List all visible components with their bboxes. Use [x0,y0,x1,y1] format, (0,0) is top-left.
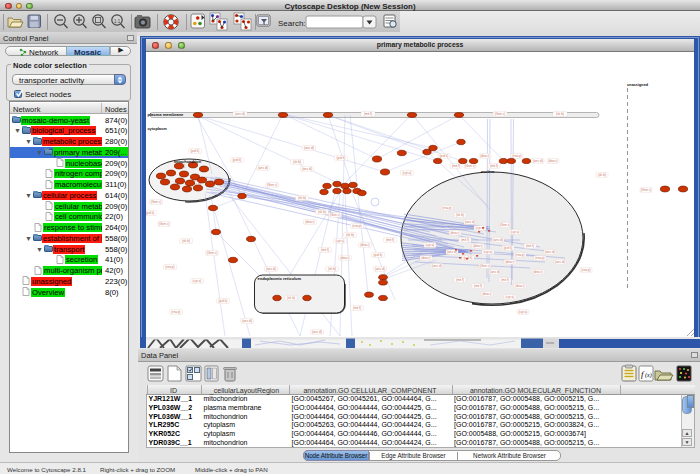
svg-text:(mit f): (mit f) [321,248,329,252]
svg-text:(dna r): (dna r) [533,270,542,274]
svg-text:(pol k): (pol k) [219,299,228,303]
svg-text:1:1: 1:1 [114,19,121,24]
svg-text:(cyt a): (cyt a) [403,171,412,175]
svg-text:(mit f): (mit f) [490,164,498,168]
svg-text:(dna r): (dna r) [305,220,314,224]
svg-text:(Gen c): (Gen c) [480,264,491,268]
svg-text:(anc d): (anc d) [302,167,312,171]
svg-text:(anc d): (anc d) [375,267,385,271]
svg-text:(cyt a): (cyt a) [193,279,202,283]
svg-text:(slr b): (slr b) [318,210,326,214]
svg-text:(anc d): (anc d) [465,220,475,224]
svg-text:(pol k): (pol k) [146,211,154,215]
svg-text:(slr b): (slr b) [598,173,606,177]
svg-text:(dna r): (dna r) [482,292,491,296]
svg-text:(pol k): (pol k) [374,253,383,257]
svg-text:(Gen c): (Gen c) [641,188,652,192]
svg-text:(pol k): (pol k) [440,154,449,158]
svg-text:cytoplasm: cytoplasm [147,126,167,131]
svg-text:(anc d): (anc d) [490,270,500,274]
svg-text:(cyt a): (cyt a) [336,239,345,243]
svg-text:(rna p): (rna p) [442,206,451,210]
svg-text:(Gen c): (Gen c) [330,213,341,217]
svg-text:(cyt a): (cyt a) [426,243,435,247]
svg-text:(dna r): (dna r) [505,260,514,264]
svg-text:(Gen c): (Gen c) [151,200,162,204]
svg-text:(rna p): (rna p) [581,268,590,272]
svg-text:(anc d): (anc d) [555,260,565,264]
svg-text:(slr b): (slr b) [298,196,306,200]
svg-text:Search:: Search: [278,19,306,28]
svg-text:(anc d): (anc d) [258,166,268,170]
svg-text:(rna p): (rna p) [352,224,361,228]
svg-text:(rna p): (rna p) [515,253,524,257]
svg-text:(slr b): (slr b) [293,160,301,164]
svg-text:unassigned: unassigned [627,83,649,87]
svg-text:(mit f): (mit f) [364,112,372,116]
svg-text:(anc d): (anc d) [447,250,457,254]
svg-text:(dna r): (dna r) [480,154,489,158]
svg-text:(slr b): (slr b) [556,112,564,116]
svg-text:(mit f): (mit f) [353,306,361,310]
svg-text:(mit f): (mit f) [456,278,464,282]
svg-text:(rna p): (rna p) [512,154,521,158]
svg-text:(x): (x) [645,372,652,379]
svg-text:(Gen c): (Gen c) [495,112,506,116]
svg-text:(dna r): (dna r) [473,244,482,248]
svg-text:(dna r): (dna r) [450,231,459,235]
svg-text:(pol k): (pol k) [337,156,346,160]
svg-text:nucleus: nucleus [481,170,495,174]
svg-text:(anc d): (anc d) [493,238,503,242]
svg-text:(anc d): (anc d) [432,264,442,268]
svg-text:(dna r): (dna r) [515,284,524,288]
svg-text:(anc d): (anc d) [235,112,245,116]
svg-text:(pol k): (pol k) [504,246,513,250]
svg-text:(dna r): (dna r) [360,243,369,247]
svg-text:(anc d): (anc d) [266,267,276,271]
svg-text:(slr b): (slr b) [287,296,295,300]
svg-text:(cyt a): (cyt a) [511,230,520,234]
svg-text:(anc d): (anc d) [304,146,314,150]
svg-text:(slr b): (slr b) [182,239,190,243]
svg-text:(dna r): (dna r) [340,256,349,260]
svg-text:(mit f): (mit f) [461,238,469,242]
svg-text:endoplasmic reticulum: endoplasmic reticulum [258,276,302,281]
svg-text:(anc d): (anc d) [242,319,252,323]
svg-text:(anc d): (anc d) [312,330,322,334]
svg-text:(mit f): (mit f) [526,244,534,248]
svg-text:(cyt a): (cyt a) [506,295,515,299]
svg-text:(cyt a): (cyt a) [519,310,528,314]
svg-text:(Gen c): (Gen c) [500,223,511,227]
svg-text:(Gen c): (Gen c) [159,222,170,226]
svg-text:(mit f): (mit f) [452,164,460,168]
svg-text:(anc d): (anc d) [545,250,555,254]
svg-text:plasma membrane: plasma membrane [147,112,184,117]
svg-text:(Gen c): (Gen c) [267,183,278,187]
svg-text:(mit f): (mit f) [474,284,482,288]
svg-text:(rna p): (rna p) [165,265,174,269]
svg-text:(pol k): (pol k) [191,149,200,153]
svg-text:(Gen c): (Gen c) [465,164,476,168]
svg-text:(dna r): (dna r) [421,256,430,260]
svg-text:(cyt a): (cyt a) [484,250,493,254]
svg-text:(pol k): (pol k) [233,158,242,162]
svg-text:(dna r): (dna r) [548,159,557,163]
svg-text:(Gen c): (Gen c) [207,251,218,255]
svg-text:mitochondrion: mitochondrion [174,159,202,164]
svg-text:(slr b): (slr b) [328,267,336,271]
svg-text:(slr b): (slr b) [346,233,354,237]
svg-text:(mit f): (mit f) [386,238,394,242]
svg-text:(slr b): (slr b) [456,213,464,217]
svg-text:(rna p): (rna p) [171,310,180,314]
svg-text:(rna p): (rna p) [535,256,544,260]
svg-text:(anc d): (anc d) [533,159,543,163]
svg-text:(mit f): (mit f) [501,278,509,282]
